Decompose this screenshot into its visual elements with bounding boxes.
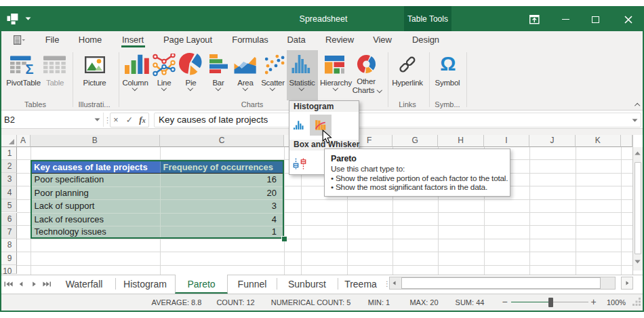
svg-text:Ω: Ω: [440, 54, 456, 73]
svg-text:Σ: Σ: [25, 62, 33, 75]
